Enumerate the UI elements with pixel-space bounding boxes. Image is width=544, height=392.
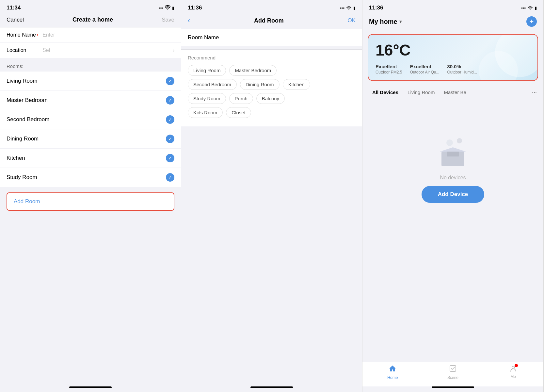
stat-humidity-label: Outdoor Humid... xyxy=(447,70,477,74)
weather-stat-pm25: Excellent Outdoor PM2.5 xyxy=(376,64,402,74)
dropdown-icon[interactable]: ▾ xyxy=(399,19,402,24)
status-bar-2: 11:36 ▪▪▪ ▮ xyxy=(181,0,362,14)
nav-bar-2: ‹ Add Room OK xyxy=(181,14,362,29)
home-tab-label: Home xyxy=(387,375,398,380)
room-name-label[interactable]: Room Name xyxy=(188,34,219,41)
home-name: My home xyxy=(369,18,397,25)
tag-dining-room[interactable]: Dining Room xyxy=(240,79,280,90)
check-icon-study-room: ✓ xyxy=(168,175,172,180)
room-item-master-bedroom[interactable]: Master Bedroom ✓ xyxy=(0,91,181,110)
bottom-tab-me[interactable]: Me xyxy=(483,365,543,380)
home-indicator-3 xyxy=(432,386,474,388)
tag-row-2: Second Bedroom Dining Room Kitchen xyxy=(188,79,356,90)
room-item-study-room[interactable]: Study Room ✓ xyxy=(0,168,181,187)
tab-living-room[interactable]: Living Room xyxy=(403,86,439,98)
notification-badge xyxy=(515,364,518,367)
tag-balcony[interactable]: Balcony xyxy=(256,93,285,104)
tag-porch[interactable]: Porch xyxy=(229,93,253,104)
stat-pm25-label: Outdoor PM2.5 xyxy=(376,70,402,74)
add-room-button[interactable]: Add Room xyxy=(7,192,174,211)
stat-pm25-value: Excellent xyxy=(376,64,402,69)
room-item-living-room[interactable]: Living Room ✓ xyxy=(0,72,181,91)
check-circle-living-room: ✓ xyxy=(166,77,174,85)
status-bar-3: 11:36 ▪▪▪ ▮ xyxy=(362,0,543,14)
panel-create-home: 11:34 ▪▪▪ ▮ Cancel Create a home Save Ho… xyxy=(0,0,181,392)
room-item-second-bedroom[interactable]: Second Bedroom ✓ xyxy=(0,110,181,129)
status-icons-3: ▪▪▪ ▮ xyxy=(521,5,537,10)
bottom-tab-scene[interactable]: Scene xyxy=(423,365,483,380)
home-indicator-1 xyxy=(69,386,112,388)
svg-point-0 xyxy=(446,139,453,146)
tag-living-room[interactable]: Living Room xyxy=(188,65,226,76)
weather-card[interactable]: 16°C Excellent Outdoor PM2.5 Excellent O… xyxy=(368,34,538,81)
room-name-dining-room: Dining Room xyxy=(7,136,39,142)
wifi-icon-3 xyxy=(527,5,533,10)
check-circle-master-bedroom: ✓ xyxy=(166,96,174,105)
no-devices-text: No devices xyxy=(440,175,466,181)
check-icon-dining-room: ✓ xyxy=(168,136,172,141)
check-circle-study-room: ✓ xyxy=(166,173,174,182)
tag-kids-room[interactable]: Kids Room xyxy=(188,107,223,118)
status-icons-1: ▪▪▪ ▮ xyxy=(159,5,174,10)
weather-stat-air: Excellent Outdoor Air Qu... xyxy=(410,64,439,74)
room-item-dining-room[interactable]: Dining Room ✓ xyxy=(0,129,181,149)
home-name-input[interactable]: Enter xyxy=(42,32,174,38)
tag-kitchen[interactable]: Kitchen xyxy=(283,79,310,90)
panel-add-room: 11:36 ▪▪▪ ▮ ‹ Add Room OK Room Name Reco… xyxy=(181,0,362,392)
room-name-master-bedroom: Master Bedroom xyxy=(7,97,48,104)
tab-all-devices[interactable]: All Devices xyxy=(368,86,403,98)
device-tabs: All Devices Living Room Master Be ··· xyxy=(362,86,543,99)
ok-button[interactable]: OK xyxy=(347,17,356,24)
me-tab-label: Me xyxy=(510,374,516,379)
status-time-3: 11:36 xyxy=(369,5,383,11)
tag-row-1: Living Room Master Bedroom xyxy=(188,65,356,76)
battery-icon-1: ▮ xyxy=(172,6,174,10)
status-time-2: 11:36 xyxy=(188,5,202,11)
signal-icon-1: ▪▪▪ xyxy=(159,6,163,10)
stat-air-label: Outdoor Air Qu... xyxy=(410,70,439,74)
nav-bar-1: Cancel Create a home Save xyxy=(0,14,181,27)
required-indicator: • xyxy=(37,32,39,38)
weather-stat-humidity: 30.0% Outdoor Humid... xyxy=(447,64,477,74)
tab-master-bedroom[interactable]: Master Be xyxy=(439,86,471,98)
temperature: 16°C xyxy=(376,41,530,59)
tag-second-bedroom[interactable]: Second Bedroom xyxy=(188,79,237,90)
location-label: Location xyxy=(7,47,42,53)
create-home-title: Create a home xyxy=(72,16,113,23)
room-name-section: Room Name xyxy=(181,29,362,46)
tag-study-room[interactable]: Study Room xyxy=(188,93,226,104)
weather-stats: Excellent Outdoor PM2.5 Excellent Outdoo… xyxy=(376,64,530,74)
home-name-label: Home Name• xyxy=(7,32,42,38)
check-circle-kitchen: ✓ xyxy=(166,154,174,162)
scene-tab-label: Scene xyxy=(447,375,458,380)
add-room-title: Add Room xyxy=(254,17,284,24)
cancel-button[interactable]: Cancel xyxy=(7,17,24,23)
location-arrow-icon: › xyxy=(173,47,174,53)
location-value: Set xyxy=(42,47,173,53)
signal-icon-2: ▪▪▪ xyxy=(340,6,344,10)
save-button[interactable]: Save xyxy=(162,17,174,23)
check-icon-living-room: ✓ xyxy=(168,78,172,84)
home-tab-icon xyxy=(389,365,396,374)
add-home-button[interactable]: + xyxy=(526,16,537,27)
location-row[interactable]: Location Set › xyxy=(0,43,181,58)
tabs-more-button[interactable]: ··· xyxy=(531,86,538,99)
svg-rect-4 xyxy=(447,152,459,156)
check-icon-second-bedroom: ✓ xyxy=(168,117,172,122)
add-device-button[interactable]: Add Device xyxy=(422,186,485,203)
home-name-row: Home Name• Enter xyxy=(0,27,181,43)
panel-my-home: 11:36 ▪▪▪ ▮ My home ▾ + 16°C Excellent O… xyxy=(362,0,544,392)
room-item-kitchen[interactable]: Kitchen ✓ xyxy=(0,149,181,168)
bottom-tab-home[interactable]: Home xyxy=(362,365,423,380)
tag-row-4: Kids Room Closet xyxy=(188,107,356,118)
wifi-icon-2 xyxy=(346,5,352,10)
recommend-label: Recommend xyxy=(188,55,356,60)
back-button[interactable]: ‹ xyxy=(188,16,190,25)
stat-air-value: Excellent xyxy=(410,64,439,69)
tag-closet[interactable]: Closet xyxy=(226,107,251,118)
check-icon-master-bedroom: ✓ xyxy=(168,98,172,103)
rooms-header: Rooms: xyxy=(0,58,181,72)
tag-master-bedroom[interactable]: Master Bedroom xyxy=(229,65,277,76)
check-circle-second-bedroom: ✓ xyxy=(166,115,174,124)
no-devices-icon xyxy=(435,137,471,170)
